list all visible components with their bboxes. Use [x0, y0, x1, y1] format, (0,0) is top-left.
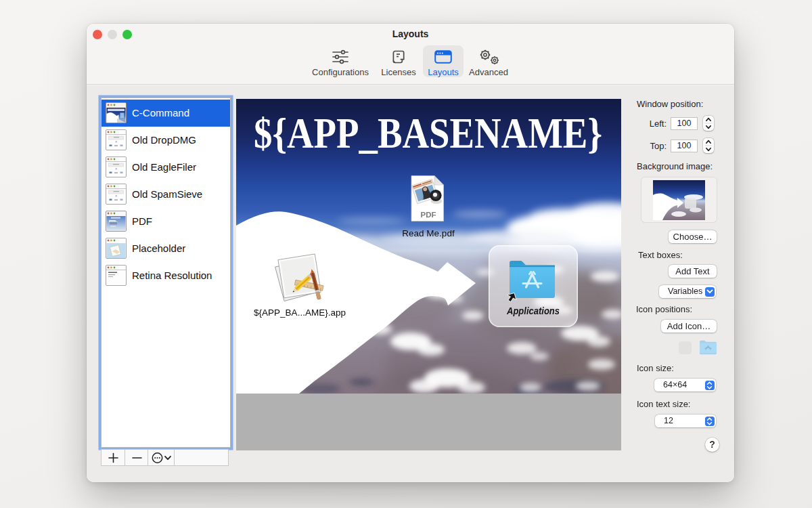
- svg-text:PDF: PDF: [421, 211, 436, 219]
- svg-text:${APP_BA...AME}.app: ${APP_BA...AME}.app: [254, 308, 346, 318]
- svg-text:${APP_BASENAME}: ${APP_BASENAME}: [254, 109, 602, 157]
- svg-text:Read Me.pdf: Read Me.pdf: [402, 228, 455, 238]
- svg-text:Applications: Applications: [506, 305, 560, 316]
